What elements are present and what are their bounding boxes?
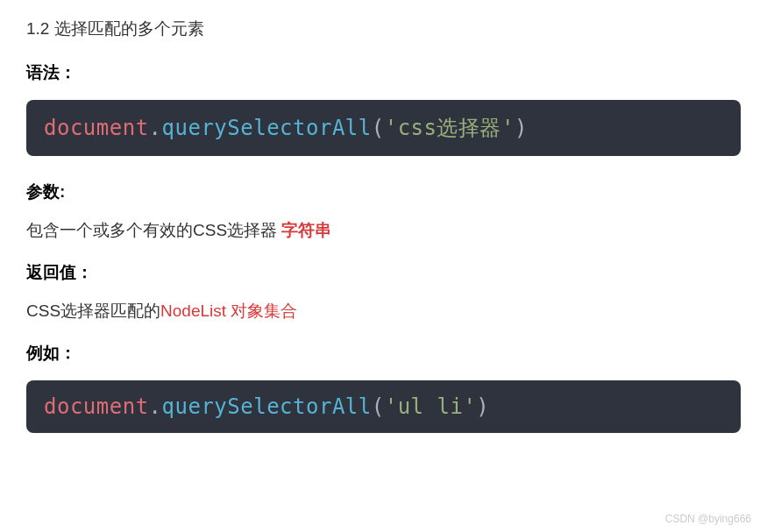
code-token-dot: .	[149, 394, 162, 419]
params-text: 包含一个或多个有效的CSS选择器 字符串	[26, 219, 741, 242]
return-highlight: NodeList 对象集合	[160, 301, 297, 320]
code-token-open-paren: (	[372, 116, 385, 140]
return-text: CSS选择器匹配的NodeList 对象集合	[26, 300, 741, 323]
syntax-label: 语法：	[26, 61, 741, 84]
section-title: 1.2 选择匹配的多个元素	[26, 18, 741, 40]
code-token-open-paren: (	[372, 394, 385, 419]
return-label: 返回值：	[26, 261, 741, 284]
params-text-prefix: 包含一个或多个有效的CSS选择器	[26, 221, 281, 239]
code-token-document: document	[44, 116, 149, 140]
code-token-method: querySelectorAll	[162, 116, 372, 140]
code-token-close-paren: )	[476, 394, 489, 419]
code-token-document: document	[44, 394, 149, 419]
code-token-method: querySelectorAll	[162, 394, 372, 419]
params-text-highlight: 字符串	[281, 221, 331, 239]
code-block-syntax: document.querySelectorAll('css选择器')	[26, 100, 741, 156]
example-label: 例如：	[26, 342, 741, 365]
code-block-example: document.querySelectorAll('ul li')	[26, 380, 741, 433]
code-token-close-paren: )	[515, 116, 528, 140]
return-prefix: CSS选择器匹配的	[26, 301, 160, 320]
code-token-string: 'css选择器'	[385, 116, 515, 140]
code-token-string: 'ul li'	[385, 394, 477, 419]
code-token-dot: .	[149, 116, 162, 140]
params-label: 参数:	[26, 181, 741, 203]
